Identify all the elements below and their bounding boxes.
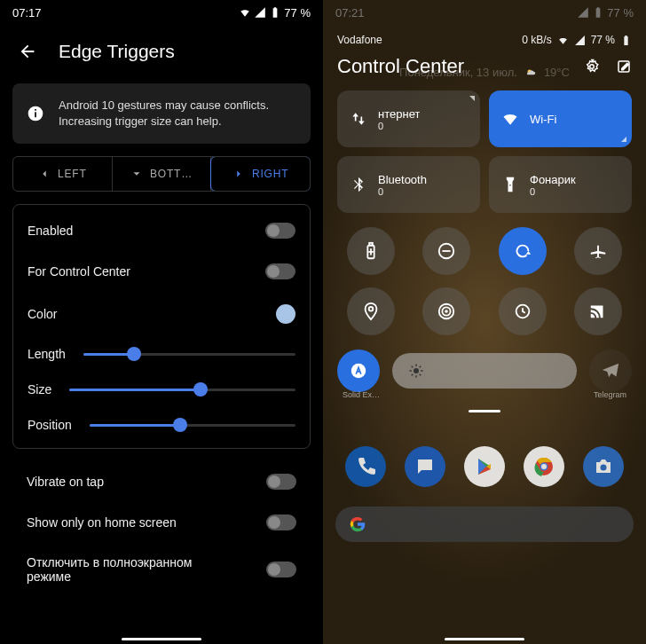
tab-right-label: RIGHT <box>252 168 288 180</box>
toggle-fullscreen[interactable] <box>266 562 296 577</box>
svg-rect-2 <box>35 109 36 111</box>
wifi-icon <box>239 6 251 19</box>
wifi-icon <box>557 35 569 46</box>
tile-flash-sub: 0 <box>530 186 576 197</box>
label-vibrate: Vibrate on tap <box>27 475 104 489</box>
brightness-slider[interactable] <box>392 353 577 389</box>
dock-chrome[interactable] <box>524 446 564 487</box>
nav-handle[interactable] <box>122 638 201 640</box>
row-color[interactable]: Color <box>28 292 295 336</box>
slider-size[interactable] <box>69 389 295 391</box>
color-swatch[interactable] <box>276 304 295 324</box>
data-icon <box>350 110 367 128</box>
rotate-icon <box>513 241 532 261</box>
tile-airplane[interactable] <box>574 227 622 275</box>
cc-title: Control Center <box>337 55 464 78</box>
chrome-icon <box>533 456 555 477</box>
tile-hotspot[interactable] <box>422 287 470 335</box>
edit-icon[interactable] <box>616 59 632 75</box>
toggle-home-only[interactable] <box>266 514 296 530</box>
settings-card: Enabled For Control Center Color Length … <box>12 204 311 449</box>
info-text: Android 10 gestures may cause conflicts.… <box>59 98 296 130</box>
tile-data-title: нтернет <box>378 107 420 121</box>
toggle-enabled[interactable] <box>265 223 295 239</box>
nav-handle[interactable] <box>445 638 524 640</box>
back-icon[interactable] <box>18 42 37 61</box>
tile-rotate[interactable] <box>499 227 547 275</box>
tile-data[interactable]: нтернет 0 <box>337 90 480 147</box>
row-for-cc[interactable]: For Control Center <box>28 251 295 292</box>
status-time: 07:21 <box>335 6 365 20</box>
google-logo-icon <box>348 514 367 534</box>
speed-label: 0 kB/s <box>522 34 551 46</box>
chevron-right-icon <box>232 168 245 180</box>
dock-camera[interactable] <box>583 446 624 487</box>
row-fullscreen[interactable]: Отключить в полноэкранном режиме <box>0 543 323 596</box>
info-icon <box>27 105 44 122</box>
label-enabled: Enabled <box>28 224 73 238</box>
tile-cast[interactable] <box>574 287 622 335</box>
dock-phone[interactable] <box>345 446 386 487</box>
slider-position[interactable] <box>90 424 295 427</box>
tile-sync[interactable] <box>499 287 547 335</box>
search-bar[interactable] <box>335 507 634 542</box>
hotspot-icon <box>437 302 456 321</box>
tile-battery-saver[interactable] <box>347 227 395 275</box>
tile-bt-title: Bluetooth <box>378 173 427 186</box>
tile-location[interactable] <box>347 287 395 335</box>
status-time: 07:17 <box>12 6 42 20</box>
row-size: Size <box>28 372 295 407</box>
gear-icon[interactable] <box>584 59 600 75</box>
tile-wifi-title: Wi-Fi <box>530 113 556 126</box>
telegram-tile[interactable] <box>589 349 632 392</box>
row-enabled[interactable]: Enabled <box>28 210 295 251</box>
label-home-only: Show only on home screen <box>27 515 177 530</box>
toggle-for-cc[interactable] <box>265 263 295 279</box>
slider-length[interactable] <box>83 353 295 356</box>
row-home-only[interactable]: Show only on home screen <box>0 502 323 543</box>
cast-icon <box>588 302 608 321</box>
airplane-icon <box>588 241 608 261</box>
battery-icon <box>361 241 381 261</box>
battery-text-2: 77 % <box>591 34 615 46</box>
dock-messages[interactable] <box>405 446 445 487</box>
battery-icon <box>269 6 281 19</box>
play-icon <box>474 456 495 477</box>
tile-wifi[interactable]: Wi-Fi <box>489 90 632 147</box>
control-center-screen: 07:21 77 % Vodafone 0 kB/s 77 % Понедель… <box>323 0 646 644</box>
dock <box>323 423 646 499</box>
auto-brightness-tile[interactable] <box>337 349 380 392</box>
flashlight-icon <box>501 176 519 193</box>
info-card: Android 10 gestures may cause conflicts.… <box>12 83 311 144</box>
carrier-label: Vodafone <box>337 34 382 46</box>
svg-point-10 <box>445 310 448 313</box>
label-length: Length <box>28 347 66 361</box>
round-tile-grid <box>323 213 646 342</box>
tab-bottom[interactable]: BOTT… <box>113 157 212 191</box>
signal-icon <box>574 35 586 46</box>
signal-icon <box>577 6 589 19</box>
page-title: Edge Triggers <box>59 41 175 62</box>
dock-play[interactable] <box>464 446 505 487</box>
toggle-vibrate[interactable] <box>266 474 296 490</box>
svg-point-4 <box>590 65 595 69</box>
tab-right[interactable]: RIGHT <box>210 156 311 192</box>
battery-text: 77 % <box>607 6 634 20</box>
signal-icon <box>254 6 266 19</box>
tile-dnd[interactable] <box>422 227 470 275</box>
label-for-cc: For Control Center <box>28 264 130 279</box>
tile-grid: нтернет 0 Wi-Fi Bluetooth 0 Фонарик <box>323 90 646 213</box>
tab-left[interactable]: LEFT <box>13 157 113 191</box>
cc-status-row: Vodafone 0 kB/s 77 % <box>323 25 646 50</box>
tile-flash-title: Фонарик <box>530 173 576 186</box>
brightness-icon <box>408 363 424 379</box>
app-label-left: Solid Ex… <box>343 390 380 399</box>
tile-bluetooth[interactable]: Bluetooth 0 <box>337 156 480 213</box>
status-icons: 77 % <box>239 6 311 20</box>
cc-header: Control Center <box>323 50 646 90</box>
row-vibrate[interactable]: Vibrate on tap <box>0 461 323 502</box>
tile-flashlight[interactable]: Фонарик 0 <box>489 156 632 213</box>
cc-drag-handle[interactable] <box>469 410 500 412</box>
label-fullscreen: Отключить в полноэкранном режиме <box>27 555 231 584</box>
battery-icon <box>592 6 604 19</box>
